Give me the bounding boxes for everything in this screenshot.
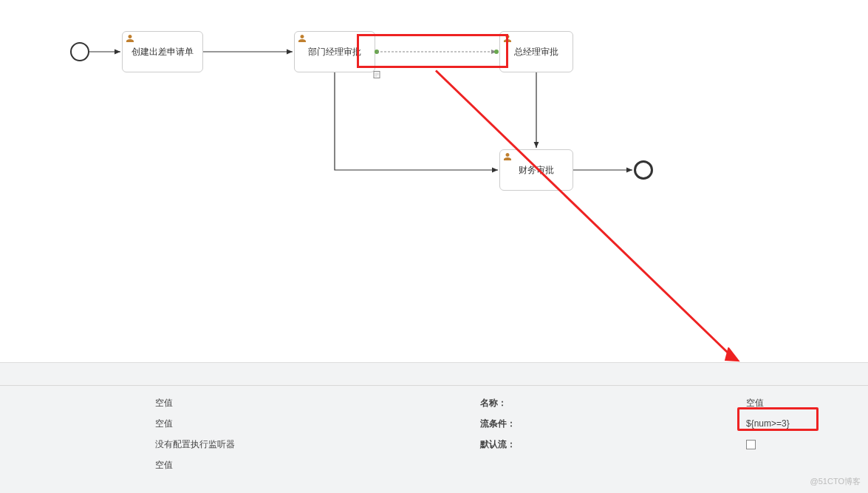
prop-left-1[interactable]: 空值 xyxy=(155,392,235,413)
panel-divider xyxy=(0,385,868,386)
panel-right-labels: 名称： 流条件： 默认流： xyxy=(480,392,516,455)
prop-left-3[interactable]: 没有配置执行监听器 xyxy=(155,434,235,455)
doc-icon xyxy=(372,70,381,81)
watermark: @51CTO博客 xyxy=(810,476,861,487)
label-default-flow: 默认流： xyxy=(480,434,516,455)
prop-left-4[interactable]: 空值 xyxy=(155,455,235,475)
checkbox-default-flow[interactable] xyxy=(746,440,756,449)
bpmn-canvas[interactable]: 创建出差申请单 部门经理审批 总经理审批 财务审批 xyxy=(0,0,868,362)
label-flow-condition: 流条件： xyxy=(480,413,516,434)
value-default-flow[interactable] xyxy=(746,434,790,455)
panel-left-column: 空值 空值 没有配置执行监听器 空值 xyxy=(155,392,235,475)
properties-panel: 空值 空值 没有配置执行监听器 空值 名称： 流条件： 默认流： 空值 ${nu… xyxy=(0,362,868,493)
label-name: 名称： xyxy=(480,392,516,413)
selection-highlight-flow xyxy=(357,34,508,68)
selection-highlight-value xyxy=(737,407,819,431)
prop-left-2[interactable]: 空值 xyxy=(155,413,235,434)
